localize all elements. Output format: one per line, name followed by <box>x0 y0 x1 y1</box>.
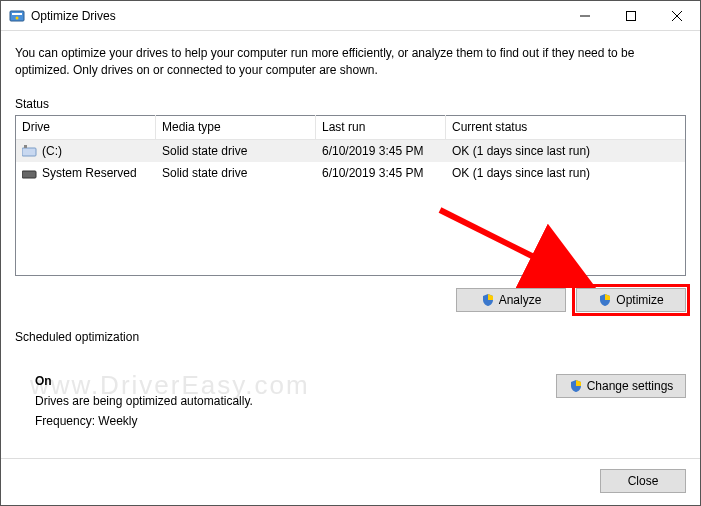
svg-point-2 <box>16 16 19 19</box>
change-settings-button[interactable]: Change settings <box>556 374 686 398</box>
svg-rect-4 <box>627 11 636 20</box>
current-status: OK (1 days since last run) <box>446 162 685 184</box>
drive-name: System Reserved <box>42 166 137 180</box>
drive-icon <box>22 167 38 179</box>
scheduled-label: Scheduled optimization <box>15 330 686 344</box>
drives-table: Drive Media type Last run Current status… <box>15 115 686 276</box>
column-lastrun[interactable]: Last run <box>316 115 446 139</box>
current-status: OK (1 days since last run) <box>446 140 685 162</box>
drive-name: (C:) <box>42 144 62 158</box>
optimize-button[interactable]: Optimize <box>576 288 686 312</box>
app-icon <box>9 8 25 24</box>
table-header: Drive Media type Last run Current status <box>16 116 685 140</box>
svg-rect-8 <box>24 145 27 148</box>
column-media[interactable]: Media type <box>156 115 316 139</box>
shield-icon <box>598 293 612 307</box>
column-status[interactable]: Current status <box>446 115 685 139</box>
shield-icon <box>481 293 495 307</box>
svg-rect-1 <box>12 13 22 15</box>
media-type: Solid state drive <box>156 140 316 162</box>
scheduled-description: Drives are being optimized automatically… <box>35 394 556 408</box>
close-button[interactable] <box>654 1 700 31</box>
column-drive[interactable]: Drive <box>16 115 156 139</box>
shield-icon <box>569 379 583 393</box>
last-run: 6/10/2019 3:45 PM <box>316 162 446 184</box>
titlebar: Optimize Drives <box>1 1 700 31</box>
scheduled-on: On <box>35 374 556 388</box>
status-label: Status <box>15 97 686 111</box>
close-dialog-button[interactable]: Close <box>600 469 686 493</box>
table-row[interactable]: (C:) Solid state drive 6/10/2019 3:45 PM… <box>16 140 685 162</box>
drive-icon <box>22 145 38 157</box>
description-text: You can optimize your drives to help you… <box>15 45 686 79</box>
svg-rect-7 <box>22 148 36 156</box>
window-title: Optimize Drives <box>31 9 562 23</box>
maximize-button[interactable] <box>608 1 654 31</box>
table-row[interactable]: System Reserved Solid state drive 6/10/2… <box>16 162 685 184</box>
last-run: 6/10/2019 3:45 PM <box>316 140 446 162</box>
analyze-button[interactable]: Analyze <box>456 288 566 312</box>
minimize-button[interactable] <box>562 1 608 31</box>
scheduled-frequency: Frequency: Weekly <box>35 414 556 428</box>
svg-rect-9 <box>22 171 36 178</box>
media-type: Solid state drive <box>156 162 316 184</box>
